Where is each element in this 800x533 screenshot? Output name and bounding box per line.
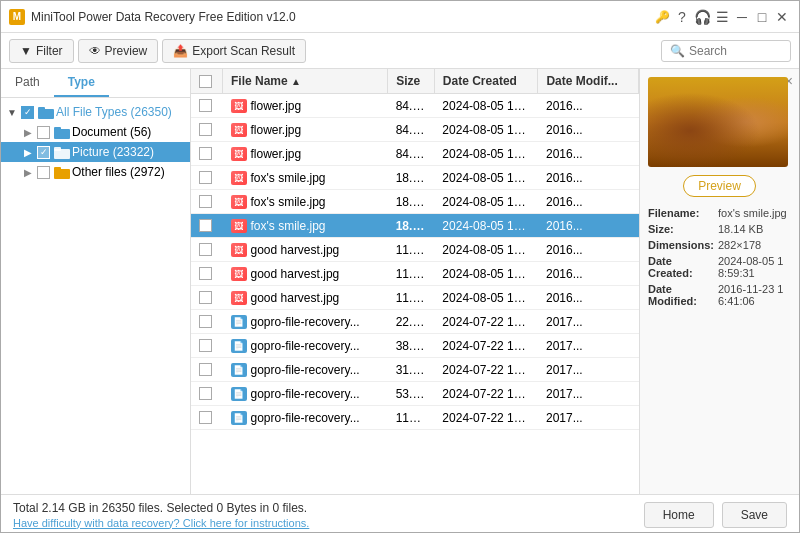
row-checkbox[interactable]: [199, 339, 212, 352]
file-name-cell: 📄gopro-file-recovery...: [223, 334, 388, 358]
row-checkbox[interactable]: [199, 195, 212, 208]
export-icon: 📤: [173, 44, 188, 58]
table-row[interactable]: 🖼flower.jpg84.62 KB2024-08-05 18:59:...2…: [191, 94, 639, 118]
tree-item-document[interactable]: ▶ Document (56): [1, 122, 190, 142]
checkbox-document[interactable]: [37, 126, 50, 139]
table-row[interactable]: 🖼good harvest.jpg11.35 KB2024-08-05 18:5…: [191, 262, 639, 286]
col-date-modified[interactable]: Date Modif...: [538, 69, 639, 94]
table-row[interactable]: 🖼flower.jpg84.62 KB2024-08-05 18:59:...2…: [191, 142, 639, 166]
table-row[interactable]: 🖼fox's smile.jpg18.14 KB2024-08-05 18:59…: [191, 214, 639, 238]
info-label-dimensions: Dimensions:: [648, 239, 718, 251]
file-name-cell: 🖼fox's smile.jpg: [223, 190, 388, 214]
table-row[interactable]: 📄gopro-file-recovery...53.75 KB2024-07-2…: [191, 382, 639, 406]
headset-icon[interactable]: 🎧: [693, 8, 711, 26]
date-modified-cell: 2016...: [538, 238, 639, 262]
row-checkbox[interactable]: [199, 411, 212, 424]
tree-item-other[interactable]: ▶ Other files (2972): [1, 162, 190, 182]
date-created-cell: 2024-07-22 17:31:...: [434, 334, 538, 358]
file-table[interactable]: File Name ▲ Size Date Created Date Modif…: [191, 69, 639, 494]
file-name-text: good harvest.jpg: [251, 291, 340, 305]
preview-button[interactable]: Preview: [683, 175, 756, 197]
export-button[interactable]: 📤 Export Scan Result: [162, 39, 306, 63]
row-checkbox[interactable]: [199, 387, 212, 400]
filter-icon: ▼: [20, 44, 32, 58]
file-size-cell: 11.35 KB: [388, 238, 435, 262]
col-check: [191, 69, 223, 94]
toolbar: ▼ Filter 👁 Preview 📤 Export Scan Result …: [1, 33, 799, 69]
svg-rect-7: [54, 167, 61, 171]
status-text: Total 2.14 GB in 26350 files. Selected 0…: [13, 501, 632, 515]
date-created-cell: 2024-08-05 18:59:...: [434, 142, 538, 166]
col-date-created[interactable]: Date Created: [434, 69, 538, 94]
doc-file-icon: 📄: [231, 315, 247, 329]
col-size[interactable]: Size: [388, 69, 435, 94]
col-filename[interactable]: File Name ▲: [223, 69, 388, 94]
row-checkbox[interactable]: [199, 171, 212, 184]
date-created-cell: 2024-07-22 17:31:...: [434, 382, 538, 406]
table-row[interactable]: 📄gopro-file-recovery...38.14 KB2024-07-2…: [191, 334, 639, 358]
help-icon[interactable]: ?: [673, 8, 691, 26]
row-checkbox[interactable]: [199, 123, 212, 136]
checkbox-all[interactable]: [21, 106, 34, 119]
svg-rect-1: [38, 107, 45, 111]
file-table-body: 🖼flower.jpg84.62 KB2024-08-05 18:59:...2…: [191, 94, 639, 430]
date-created-cell: 2024-08-05 18:59:...: [434, 190, 538, 214]
file-size-cell: 11.35 KB: [388, 286, 435, 310]
date-modified-cell: 2016...: [538, 262, 639, 286]
row-checkbox[interactable]: [199, 99, 212, 112]
date-modified-cell: 2017...: [538, 406, 639, 430]
file-name-cell: 🖼good harvest.jpggood harvest.jpg: [223, 238, 388, 262]
table-row[interactable]: 🖼flower.jpg84.62 KB2024-08-05 18:59:...2…: [191, 118, 639, 142]
table-row[interactable]: 📄gopro-file-recovery...22.39 KB2024-07-2…: [191, 310, 639, 334]
file-name-cell: 🖼flower.jpg: [223, 94, 388, 118]
minimize-button[interactable]: ─: [733, 8, 751, 26]
table-row[interactable]: 🖼fox's smile.jpg18.14 KB2024-08-05 18:59…: [191, 166, 639, 190]
tree-label-all: All File Types (26350): [56, 105, 172, 119]
menu-icon[interactable]: ☰: [713, 8, 731, 26]
table-header: File Name ▲ Size Date Created Date Modif…: [191, 69, 639, 94]
maximize-button[interactable]: □: [753, 8, 771, 26]
tree-item-all[interactable]: ▼ All File Types (26350): [1, 102, 190, 122]
file-name-text: fox's smile.jpg: [251, 171, 326, 185]
table-row[interactable]: 📄gopro-file-recovery...118.37 KB2024-07-…: [191, 406, 639, 430]
home-button[interactable]: Home: [644, 502, 714, 528]
checkbox-other[interactable]: [37, 166, 50, 179]
file-name-text: good harvest.jpg: [251, 243, 340, 257]
tab-type[interactable]: Type: [54, 69, 109, 97]
save-button[interactable]: Save: [722, 502, 787, 528]
table-row[interactable]: 🖼fox's smile.jpg18.14 KB2024-08-05 18:59…: [191, 190, 639, 214]
checkbox-picture[interactable]: [37, 146, 50, 159]
table-row[interactable]: 📄gopro-file-recovery...31.40 KB2024-07-2…: [191, 358, 639, 382]
row-checkbox[interactable]: [199, 219, 212, 232]
file-size-cell: 18.14 KB: [388, 214, 435, 238]
doc-file-icon: 📄: [231, 411, 247, 425]
row-checkbox[interactable]: [199, 291, 212, 304]
row-checkbox[interactable]: [199, 243, 212, 256]
row-checkbox[interactable]: [199, 147, 212, 160]
date-created-cell: 2024-08-05 18:59:...: [434, 262, 538, 286]
table-row[interactable]: 🖼good harvest.jpggood harvest.jpg11.35 K…: [191, 238, 639, 262]
info-row-size: Size: 18.14 KB: [648, 223, 791, 235]
help-link[interactable]: Have difficulty with data recovery? Clic…: [13, 517, 632, 529]
header-checkbox[interactable]: [199, 75, 212, 88]
row-checkbox[interactable]: [199, 267, 212, 280]
tree-item-picture[interactable]: ▶ Picture (23322): [1, 142, 190, 162]
filter-button[interactable]: ▼ Filter: [9, 39, 74, 63]
row-checkbox[interactable]: [199, 363, 212, 376]
file-size-cell: 31.40 KB: [388, 358, 435, 382]
info-value-date-modified: 2016-11-23 16:41:06: [718, 283, 791, 307]
close-button[interactable]: ✕: [773, 8, 791, 26]
arrow-other: ▶: [21, 167, 35, 178]
file-name-text: gopro-file-recovery...: [251, 315, 360, 329]
file-name-text: flower.jpg: [251, 99, 302, 113]
file-name-text: gopro-file-recovery...: [251, 363, 360, 377]
date-created-cell: 2024-08-05 18:59:...: [434, 166, 538, 190]
preview-toolbar-button[interactable]: 👁 Preview: [78, 39, 159, 63]
table-row[interactable]: 🖼good harvest.jpg11.35 KB2024-08-05 18:5…: [191, 286, 639, 310]
search-input[interactable]: [689, 44, 789, 58]
arrow-picture: ▶: [21, 147, 35, 158]
row-checkbox[interactable]: [199, 315, 212, 328]
key-icon[interactable]: 🔑: [653, 8, 671, 26]
tab-path[interactable]: Path: [1, 69, 54, 97]
file-name-cell: 🖼good harvest.jpg: [223, 286, 388, 310]
